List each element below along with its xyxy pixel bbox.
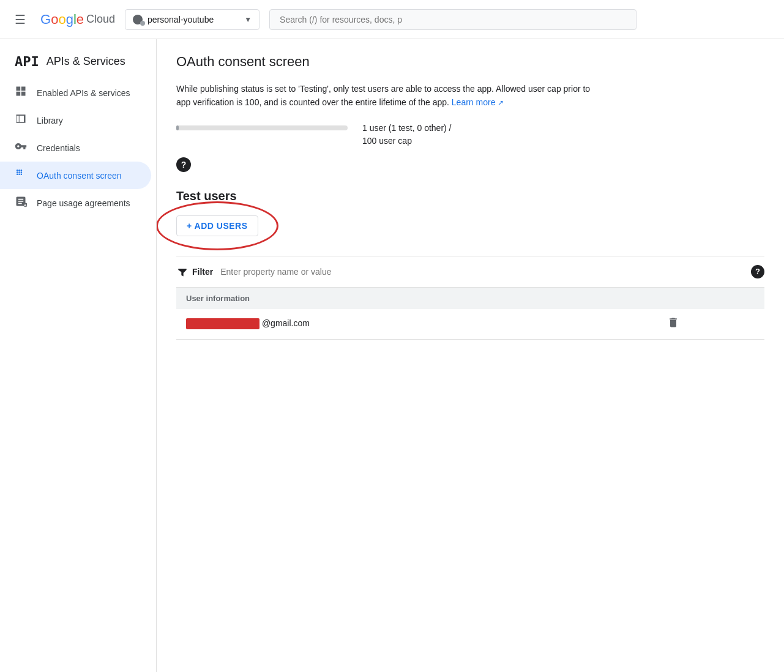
- table-cell-delete: [657, 309, 764, 340]
- sidebar-label-library: Library: [37, 116, 63, 125]
- filter-icon-area: Filter: [176, 266, 213, 278]
- sidebar-label-oauth-consent: OAuth consent screen: [37, 171, 122, 181]
- info-text: While publishing status is set to 'Testi…: [176, 82, 592, 110]
- redacted-email: [186, 318, 259, 329]
- svg-point-3: [17, 171, 18, 173]
- help-icon[interactable]: ?: [176, 157, 191, 172]
- svg-point-2: [21, 170, 23, 171]
- sidebar: API APIs & Services Enabled APIs & servi…: [0, 39, 157, 672]
- library-icon: [15, 113, 27, 128]
- chevron-down-icon: ▼: [244, 15, 252, 24]
- test-users-title: Test users: [176, 189, 764, 203]
- add-users-button[interactable]: + ADD USERS: [176, 215, 258, 236]
- table-header-actions: [657, 288, 764, 309]
- page-title: OAuth consent screen: [176, 54, 764, 70]
- progress-bar-fill: [176, 125, 179, 130]
- sidebar-header: API APIs & Services: [0, 49, 156, 79]
- progress-label: 1 user (1 test, 0 other) / 100 user cap: [362, 122, 452, 147]
- email-suffix: @gmail.com: [262, 318, 310, 328]
- table-cell-email: @gmail.com: [176, 309, 657, 340]
- svg-point-7: [18, 174, 20, 176]
- table-header-row: User information: [176, 288, 764, 309]
- project-selector[interactable]: personal-youtube ▼: [125, 9, 259, 30]
- oauth-icon: [15, 168, 27, 183]
- svg-point-5: [21, 171, 23, 173]
- user-table: User information @gmail.com: [176, 288, 764, 340]
- svg-point-6: [17, 174, 18, 176]
- main-layout: API APIs & Services Enabled APIs & servi…: [0, 39, 784, 672]
- learn-more-link[interactable]: Learn more ↗: [452, 97, 504, 107]
- table-header-user-info: User information: [176, 288, 657, 309]
- project-icon: [133, 15, 143, 24]
- external-link-icon: ↗: [498, 99, 504, 107]
- google-text: Google: [40, 12, 84, 28]
- cloud-text: Cloud: [86, 13, 115, 26]
- sidebar-item-credentials[interactable]: Credentials: [0, 134, 151, 162]
- sidebar-nav: Enabled APIs & services Library Credenti…: [0, 79, 156, 217]
- sidebar-item-enabled-apis[interactable]: Enabled APIs & services: [0, 79, 151, 106]
- page-usage-icon: [15, 195, 27, 211]
- svg-point-8: [21, 174, 23, 176]
- add-users-label: + ADD USERS: [187, 221, 248, 231]
- filter-input[interactable]: [220, 267, 744, 277]
- progress-area: 1 user (1 test, 0 other) / 100 user cap: [176, 122, 764, 147]
- add-users-wrapper: + ADD USERS: [176, 215, 258, 236]
- grid-icon: [15, 85, 27, 100]
- sidebar-item-oauth-consent[interactable]: OAuth consent screen: [0, 162, 151, 189]
- main-content: OAuth consent screen While publishing st…: [157, 39, 784, 672]
- filter-bar: Filter ?: [176, 256, 764, 288]
- google-cloud-logo: Google Cloud: [40, 12, 115, 28]
- sidebar-label-enabled-apis: Enabled APIs & services: [37, 88, 130, 98]
- top-navbar: ☰ Google Cloud personal-youtube ▼: [0, 0, 784, 39]
- svg-point-4: [18, 171, 20, 173]
- sidebar-label-credentials: Credentials: [37, 143, 80, 153]
- svg-point-0: [17, 170, 18, 171]
- key-icon: [15, 140, 27, 155]
- sidebar-label-page-usage: Page usage agreements: [37, 198, 130, 208]
- sidebar-item-page-usage[interactable]: Page usage agreements: [0, 189, 151, 217]
- filter-label: Filter: [192, 267, 213, 277]
- api-badge: API: [15, 54, 39, 69]
- table-row: @gmail.com: [176, 309, 764, 340]
- hamburger-icon: ☰: [15, 13, 26, 26]
- project-name: personal-youtube: [147, 15, 239, 24]
- search-input[interactable]: [269, 9, 637, 30]
- progress-bar: [176, 125, 348, 130]
- filter-help-icon[interactable]: ?: [751, 265, 764, 278]
- sidebar-title: APIs & Services: [47, 55, 125, 68]
- svg-point-1: [18, 170, 20, 171]
- filter-icon: [176, 266, 189, 278]
- hamburger-menu[interactable]: ☰: [10, 7, 31, 32]
- sidebar-item-library[interactable]: Library: [0, 106, 151, 134]
- delete-icon[interactable]: [667, 319, 679, 331]
